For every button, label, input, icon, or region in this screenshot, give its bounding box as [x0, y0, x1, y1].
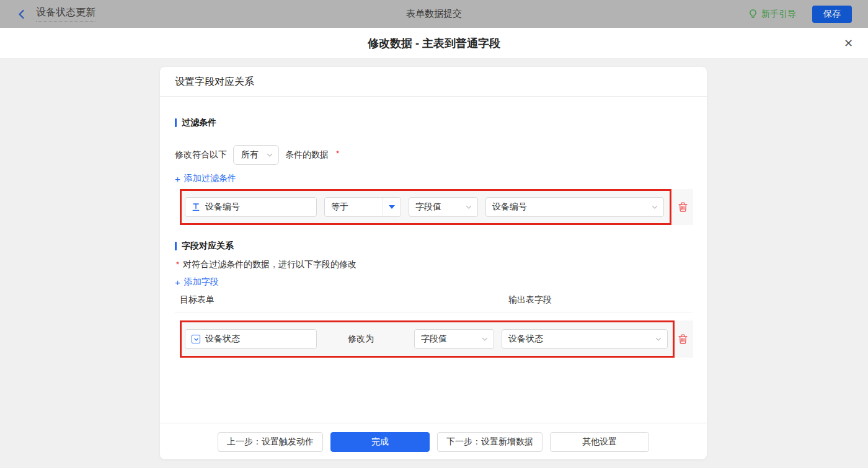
topbar: 设备状态更新 表单数据提交 新手引导 保存 [0, 0, 868, 28]
chevron-down-icon [655, 335, 662, 343]
required-asterisk: * [176, 260, 179, 269]
done-button[interactable]: 完成 [330, 432, 430, 452]
trash-icon [678, 201, 688, 213]
back-button[interactable] [16, 9, 27, 20]
other-settings-button[interactable]: 其他设置 [550, 432, 649, 452]
match-condition-row: 修改符合以下 所有 条件的数据 * [175, 145, 339, 165]
trash-icon [678, 333, 688, 345]
settings-card: 设置字段对应关系 过滤条件 修改符合以下 所有 条件的数据 * + 添加过滤条件 [160, 67, 707, 459]
target-form-column-header: 目标表单 [180, 294, 215, 304]
lightbulb-icon [748, 9, 758, 19]
prev-step-button[interactable]: 上一步：设置触发动作 [218, 432, 323, 452]
modal-title: 修改数据 - 主表到普通字段 [368, 36, 500, 51]
filter-field-input[interactable]: 设备编号 [185, 197, 317, 217]
match-prefix-label: 修改符合以下 [175, 149, 227, 161]
chevron-down-icon [481, 335, 489, 343]
required-asterisk: * [336, 149, 339, 158]
filter-value-field-select[interactable]: 设备编号 [485, 197, 664, 217]
text-field-icon [192, 203, 200, 211]
field-mapping-row: 设备状态 修改为 字段值 设备状态 [180, 320, 693, 358]
match-type-select[interactable]: 所有 [233, 145, 279, 165]
filter-value-type-select[interactable]: 字段值 [409, 197, 478, 217]
mapping-description: * 对符合过滤条件的数据，进行以下字段的修改 [175, 259, 356, 270]
save-button[interactable]: 保存 [812, 6, 852, 23]
delete-filter-row-button[interactable] [678, 201, 688, 213]
footer-actions: 上一步：设置触发动作 完成 下一步：设置新增数据 其他设置 [160, 432, 707, 452]
close-icon[interactable]: ✕ [844, 38, 853, 49]
mapping-section-title: 字段对应关系 [175, 241, 234, 252]
next-step-button[interactable]: 下一步：设置新增数据 [437, 432, 542, 452]
triangle-down-icon [389, 205, 395, 209]
modify-to-label: 修改为 [348, 329, 374, 349]
plus-icon: + [175, 277, 180, 288]
dropdown-field-icon [192, 335, 200, 343]
modal-header: 修改数据 - 主表到普通字段 ✕ [0, 28, 868, 59]
mapping-value-type-select[interactable]: 字段值 [414, 329, 494, 349]
match-suffix-label: 条件的数据 [285, 149, 329, 161]
beginner-guide-link[interactable]: 新手引导 [748, 9, 796, 20]
delete-mapping-row-button[interactable] [678, 333, 688, 345]
filter-section-title: 过滤条件 [175, 117, 216, 128]
filter-operator-select[interactable]: 等于 [324, 197, 401, 217]
mapping-column-headers: 目标表单 输出表字段 [180, 294, 693, 306]
mapping-value-field-select[interactable]: 设备状态 [502, 329, 668, 349]
add-filter-condition-link[interactable]: + 添加过滤条件 [175, 173, 236, 184]
operator-dropdown-zone[interactable] [383, 198, 401, 216]
modal-body: 设置字段对应关系 过滤条件 修改符合以下 所有 条件的数据 * + 添加过滤条件 [0, 59, 868, 468]
beginner-guide-label: 新手引导 [761, 9, 796, 20]
chevron-down-icon [465, 203, 472, 211]
output-field-column-header: 输出表字段 [508, 294, 552, 306]
target-field-input[interactable]: 设备状态 [185, 329, 317, 349]
section-bar [175, 118, 177, 127]
divider [175, 312, 692, 312]
divider [160, 423, 707, 423]
page-title: 表单数据提交 [0, 8, 868, 20]
flow-title[interactable]: 设备状态更新 [36, 6, 95, 22]
add-field-link[interactable]: + 添加字段 [175, 276, 219, 288]
card-title: 设置字段对应关系 [160, 67, 707, 97]
chevron-left-icon [16, 9, 27, 20]
chevron-down-icon [651, 203, 658, 211]
chevron-down-icon [266, 151, 273, 159]
section-bar [175, 242, 177, 250]
filter-condition-row: 设备编号 等于 字段值 设备编号 [180, 189, 693, 225]
plus-icon: + [175, 174, 180, 184]
